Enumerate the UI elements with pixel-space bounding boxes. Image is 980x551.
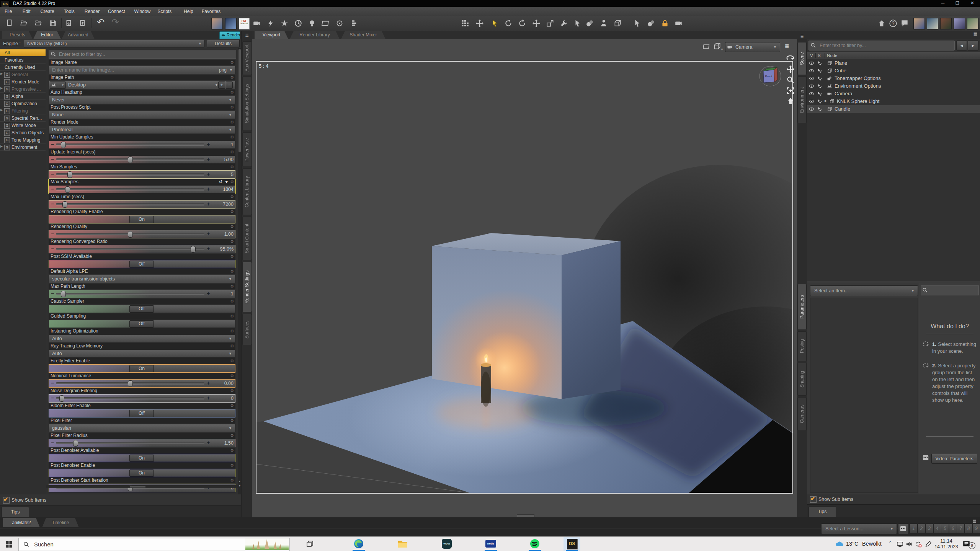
taskbar-explorer-button[interactable] [394,537,411,551]
slider-handle[interactable] [73,440,78,447]
slider-track[interactable] [56,203,204,205]
slider-minus-button[interactable]: − [51,230,55,238]
slider-track[interactable] [56,188,204,190]
aspect-frame-icon[interactable] [703,43,710,51]
slider-plus-button[interactable]: + [207,171,211,178]
scroll-down-icon[interactable]: ▼ [238,484,241,487]
category-spectral-ren-[interactable]: GSpectral Ren... [0,115,46,122]
toggle-button[interactable]: On [129,455,154,462]
slider-plus-button[interactable]: + [207,230,211,238]
setting-control[interactable]: Enter a name for the image...png▼ [49,66,235,74]
slider-plus-button[interactable]: + [207,245,211,253]
menu-favorites[interactable]: Favorites [202,7,220,16]
toggle-button[interactable]: Off [129,305,154,313]
category-render-mode[interactable]: GRender Mode [0,78,46,85]
slider-plus-button[interactable]: + [207,156,211,163]
menu-connect[interactable]: Connect [108,7,125,16]
slider-minus-button[interactable]: − [51,140,55,148]
link-icon[interactable]: ↺ [219,179,222,185]
slider-handle[interactable] [128,380,133,387]
new-plane-icon[interactable] [322,19,330,28]
slider-minus-button[interactable]: − [51,439,55,447]
maximize-button[interactable]: ❐ [950,0,965,7]
setting-gear-icon[interactable]: ⚙ [230,254,234,259]
menu-edit[interactable]: Edit [23,7,31,16]
selectable-cursor-icon[interactable] [817,83,822,89]
rotate-tool-icon[interactable] [505,19,513,28]
menu-render[interactable]: Render [85,7,100,16]
dock-tab-aux-viewport[interactable]: Aux Viewport [242,41,252,75]
slider-minus-button[interactable]: − [51,290,55,297]
clock[interactable]: 11:1414.11.2023 [934,538,959,551]
minimize-button[interactable]: ─ [936,0,950,7]
setting-gear-icon[interactable]: ⚙ [230,418,234,424]
selectable-cursor-icon[interactable] [817,106,822,112]
toggle-button[interactable]: Off [129,410,154,417]
scene-node-knlk-sphere-light[interactable]: ▶KNLK Sphere Light [807,98,980,105]
path-icon-button[interactable]: ▼ [50,82,66,89]
hscroll-thumb[interactable] [130,486,145,487]
lesson-number-3[interactable]: 3 [925,523,933,533]
category-section-objects[interactable]: GSection Objects [0,129,46,136]
palette-icon[interactable] [647,19,655,28]
slider-minus-button[interactable]: − [51,394,55,402]
setting-gear-icon[interactable]: ⚙ [230,239,234,245]
weather-icon[interactable] [835,540,844,548]
setting-control[interactable]: −+7200 [49,200,235,209]
slider-minus-button[interactable]: − [51,185,55,193]
sync-error-icon[interactable] [915,541,922,548]
menu-create[interactable]: Create [41,7,54,16]
setting-control[interactable]: Off [49,320,235,328]
video-parameters-button[interactable]: Video: Parameters [931,454,977,464]
toggle-button[interactable]: On [129,365,154,372]
taskbar-spotify-button[interactable] [526,537,543,551]
lesson-video-button[interactable] [898,523,909,534]
dock-tab-surfaces[interactable]: Surfaces [242,314,252,345]
lesson-number-6[interactable]: 6 [949,523,957,533]
figure-tool-icon[interactable] [599,19,608,28]
menu-window[interactable]: Window [134,7,150,16]
setting-gear-icon[interactable]: ⚙ [230,209,234,215]
setting-gear-icon[interactable]: ⚙ [230,298,234,304]
scene-node-candle[interactable]: Candle [807,105,980,113]
scene-filter-box[interactable]: Enter text to filter by... [808,41,955,51]
scene-node-environment-options[interactable]: Environment Options [807,82,980,90]
expand-arrow-icon[interactable]: ▶ [825,99,827,103]
scroll-up-icon[interactable]: ▲ [238,480,241,483]
new-distantlight-icon[interactable] [308,19,316,28]
translate-tool-icon[interactable] [532,19,541,28]
cast-icon[interactable] [897,541,903,548]
lesson-number-4[interactable]: 4 [933,523,941,533]
dock-tab-animate2[interactable]: aniMate2 [3,518,40,527]
visibility-eye-icon[interactable] [809,106,814,112]
setting-gear-icon[interactable]: ⚙ [230,269,234,274]
selectable-cursor-icon[interactable] [817,99,822,104]
lesson-number-1[interactable]: 1 [910,523,918,533]
settings-scrollbar[interactable]: ▲▼ [238,48,241,494]
setting-control[interactable]: Never▼ [49,96,235,104]
setting-control[interactable]: −+-1 [49,290,235,298]
slider-plus-button[interactable]: + [207,201,211,208]
setting-control[interactable]: Off [49,305,235,313]
setting-gear-icon[interactable]: ⚙ [230,343,234,349]
slider-value[interactable]: 0 [211,395,234,402]
help-search-box[interactable] [921,285,979,295]
slider-value[interactable]: 0.00 [211,380,234,387]
measure-icon[interactable] [573,19,582,28]
setting-control[interactable]: −+0.00 [49,379,235,388]
viewport-tab-viewport[interactable]: Viewport [255,31,288,39]
reset-view-icon[interactable] [786,97,795,106]
category-white-mode[interactable]: GWhite Mode [0,122,46,129]
lesson-dropdown[interactable]: Select a Lesson...▼ [821,523,897,534]
chevron-down-icon[interactable]: ▼ [229,66,233,74]
setting-gear-icon[interactable]: ⚙ [230,164,234,170]
slider-value[interactable]: 1 [211,141,234,148]
redo-button[interactable]: ↷ [109,17,121,28]
expand-arrow-icon[interactable]: ▶ [0,72,3,75]
setting-gear-icon[interactable]: ⚙ [230,478,234,483]
dock-tab-timeline[interactable]: Timeline [42,518,79,527]
weather-condition[interactable]: Bewölkt [862,537,882,551]
setting-gear-icon[interactable]: ⚙ [230,60,234,65]
dock-menu-icon[interactable]: ≣ [971,518,978,526]
draw-style-button[interactable]: ▼ [713,42,723,51]
